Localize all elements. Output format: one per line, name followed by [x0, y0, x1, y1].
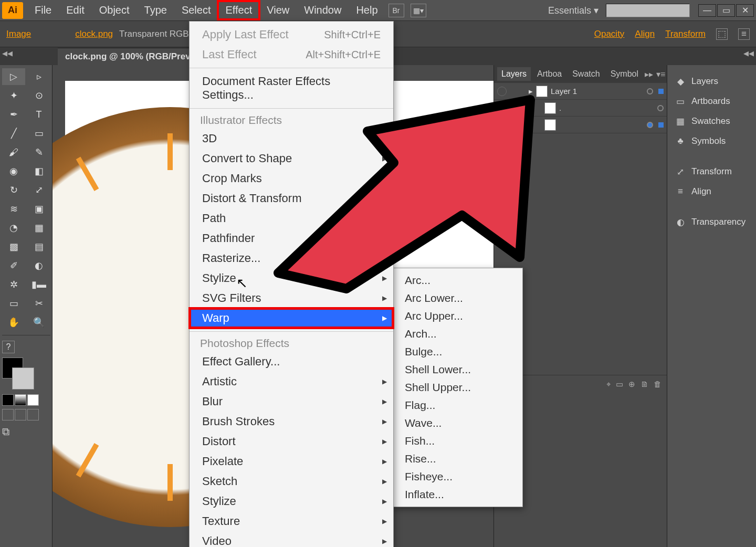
- gradient-tool[interactable]: ▤: [27, 238, 50, 255]
- layer-name[interactable]: Layer 1: [551, 87, 577, 96]
- panel-tab-layers[interactable]: Layers: [497, 67, 531, 81]
- rotate-tool[interactable]: ↻: [2, 182, 25, 198]
- menu-raster-settings[interactable]: Document Raster Effects Settings...: [190, 71, 393, 105]
- target-icon[interactable]: [657, 105, 664, 111]
- transform-link[interactable]: Transform: [665, 29, 706, 39]
- color-mode-swatch[interactable]: [2, 394, 14, 406]
- menu-window[interactable]: Window: [297, 1, 349, 19]
- menu-blur[interactable]: Blur: [190, 392, 393, 412]
- scale-tool[interactable]: ⤢: [27, 182, 50, 198]
- width-tool[interactable]: ≋: [2, 201, 25, 217]
- new-sublayer-icon[interactable]: ⊕: [628, 380, 635, 389]
- panel-tab-swatches[interactable]: Swatch: [568, 67, 604, 81]
- zoom-tool[interactable]: 🔍: [27, 314, 50, 331]
- screen-mode-b[interactable]: [15, 409, 26, 420]
- panel-collapse-icon[interactable]: ▸▸: [645, 69, 653, 79]
- panel-menu-icon[interactable]: ≡: [738, 28, 750, 40]
- graph-tool[interactable]: ▮▬: [27, 276, 50, 293]
- visibility-eye-icon[interactable]: [497, 87, 507, 96]
- selection-tool[interactable]: ▷: [2, 68, 25, 85]
- slice-tool[interactable]: ✂: [27, 295, 50, 312]
- gradient-mode-swatch[interactable]: [15, 394, 26, 406]
- menu-crop-marks[interactable]: Crop Marks: [190, 169, 393, 188]
- warp-arch[interactable]: Arch...: [392, 325, 522, 343]
- menu-svg-filters[interactable]: SVG Filters: [190, 288, 393, 308]
- paintbrush-tool[interactable]: 🖌: [2, 144, 25, 161]
- isolate-icon[interactable]: ⬚: [716, 28, 728, 40]
- pen-tool[interactable]: ✒: [2, 106, 25, 123]
- lasso-tool[interactable]: ⊙: [27, 87, 50, 104]
- layer-row[interactable]: .: [494, 100, 667, 117]
- arrange-docs-icon[interactable]: ▦▾: [411, 4, 426, 17]
- blob-brush-tool[interactable]: ◉: [2, 163, 25, 180]
- target-icon[interactable]: [647, 122, 653, 128]
- warp-bulge[interactable]: Bulge...: [392, 343, 522, 361]
- bridge-icon[interactable]: Br: [388, 4, 404, 17]
- menu-effect-gallery[interactable]: Effect Gallery...: [190, 352, 393, 372]
- menu-convert-to-shape[interactable]: Convert to Shape: [190, 149, 393, 169]
- warp-rise[interactable]: Rise...: [392, 450, 522, 468]
- warp-shell-upper[interactable]: Shell Upper...: [392, 378, 522, 396]
- collapsed-panel-artboards[interactable]: ▭Artboards: [667, 91, 756, 111]
- menu-effect[interactable]: Effect: [218, 1, 259, 19]
- eyedropper-tool[interactable]: ✐: [2, 257, 25, 274]
- make-clip-icon[interactable]: ▭: [616, 380, 623, 389]
- warp-flag[interactable]: Flag...: [392, 396, 522, 414]
- panel-tab-artboards[interactable]: Artboa: [533, 67, 566, 81]
- collapse-left-icon[interactable]: ◀◀: [2, 49, 13, 57]
- locate-object-icon[interactable]: ⌖: [606, 380, 611, 389]
- menu-help[interactable]: Help: [349, 1, 385, 19]
- type-tool[interactable]: T: [27, 106, 50, 123]
- eraser-tool[interactable]: ◧: [27, 163, 50, 180]
- warp-fisheye[interactable]: Fisheye...: [392, 468, 522, 486]
- visibility-eye-icon[interactable]: [497, 103, 507, 113]
- menu-view[interactable]: View: [259, 1, 297, 19]
- menu-stylize-ps[interactable]: Stylize: [190, 491, 393, 511]
- menu-edit[interactable]: Edit: [59, 1, 91, 19]
- layer-row[interactable]: ▸ Layer 1: [494, 83, 667, 100]
- warp-wave[interactable]: Wave...: [392, 414, 522, 432]
- hand-tool[interactable]: ✋: [2, 314, 25, 331]
- direct-selection-tool[interactable]: ▹: [27, 68, 50, 85]
- warp-fish[interactable]: Fish...: [392, 432, 522, 450]
- symbol-sprayer-tool[interactable]: ✲: [2, 276, 25, 293]
- artboard-tool[interactable]: ▭: [2, 295, 25, 312]
- collapse-right-icon[interactable]: ◀◀: [743, 49, 754, 57]
- collapsed-panel-transparency[interactable]: ◐Transparency: [667, 212, 756, 232]
- layer-row[interactable]: [494, 117, 667, 133]
- rectangle-tool[interactable]: ▭: [27, 125, 50, 142]
- workspace-switcher[interactable]: Essentials ▾: [544, 3, 603, 18]
- menu-texture[interactable]: Texture: [190, 511, 393, 531]
- shape-builder-tool[interactable]: ◔: [2, 219, 25, 236]
- mesh-tool[interactable]: ▩: [2, 238, 25, 255]
- menu-type[interactable]: Type: [137, 1, 174, 19]
- expand-arrow-icon[interactable]: ▸: [529, 87, 533, 96]
- collapsed-panel-swatches[interactable]: ▦Swatches: [667, 111, 756, 131]
- collapsed-panel-align[interactable]: ≡Align: [667, 182, 756, 202]
- menu-sketch[interactable]: Sketch: [190, 471, 393, 491]
- collapsed-panel-symbols[interactable]: ♣Symbols: [667, 131, 756, 151]
- panel-tab-symbols[interactable]: Symbol: [606, 67, 643, 81]
- warp-arc[interactable]: Arc...: [392, 271, 522, 289]
- menu-stylize[interactable]: Stylize: [190, 268, 393, 288]
- warp-shell-lower[interactable]: Shell Lower...: [392, 361, 522, 378]
- menu-select[interactable]: Select: [174, 1, 218, 19]
- warp-arc-upper[interactable]: Arc Upper...: [392, 307, 522, 325]
- target-icon[interactable]: [647, 88, 653, 94]
- menu-brush-strokes[interactable]: Brush Strokes: [190, 412, 393, 432]
- screen-mode-c[interactable]: [27, 409, 39, 420]
- help-tool-icon[interactable]: ?: [2, 341, 15, 353]
- visibility-eye-icon[interactable]: [497, 120, 507, 130]
- collapsed-panel-transform[interactable]: ⤢Transform: [667, 162, 756, 182]
- menu-warp[interactable]: Warp: [190, 308, 393, 328]
- menu-file[interactable]: File: [27, 1, 59, 19]
- linked-file-link[interactable]: clock.png: [75, 29, 113, 39]
- menu-pixelate[interactable]: Pixelate: [190, 451, 393, 471]
- screen-mode-a[interactable]: [2, 409, 14, 420]
- layer-name[interactable]: .: [559, 103, 561, 112]
- menu-pathfinder[interactable]: Pathfinder: [190, 228, 393, 248]
- warp-inflate[interactable]: Inflate...: [392, 486, 522, 503]
- new-layer-icon[interactable]: 🗎: [640, 380, 648, 388]
- doc-switcher-icon[interactable]: ⧉: [2, 426, 50, 438]
- line-tool[interactable]: ╱: [2, 125, 25, 142]
